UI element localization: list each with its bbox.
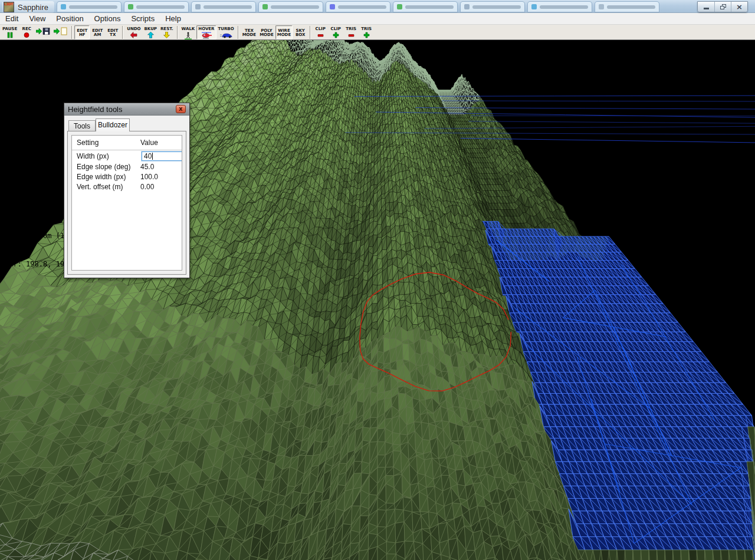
app-caption: L3DT Sapphire (2, 1, 54, 13)
window-titlebar[interactable]: L3DT Sapphire × (0, 0, 755, 13)
poly-mode-button[interactable]: POLY MODE (258, 25, 275, 39)
hud-pos: pos: 95, 52 (5, 61, 145, 71)
walk-icon (184, 32, 192, 39)
tab-blurred-text (136, 5, 185, 9)
menu-help[interactable]: Help (160, 13, 186, 25)
new-file-icon (54, 28, 68, 35)
tab-favicon-icon (464, 4, 470, 9)
tab-blurred-text (472, 5, 521, 9)
tris-plus-icon (363, 32, 370, 39)
setting-row-edge-slope[interactable]: Edge slope (deg) 45.0 (72, 162, 182, 172)
record-button[interactable]: REC (19, 25, 34, 39)
background-tab[interactable] (527, 1, 592, 12)
clip-increase-button[interactable]: CLIP (328, 25, 343, 39)
tab-favicon-icon (128, 4, 133, 9)
tab-blurred-text (271, 5, 319, 9)
width-value-input[interactable]: 40 (142, 151, 182, 161)
background-tab[interactable] (258, 1, 323, 12)
tris-minus-icon (348, 32, 354, 39)
restore-icon (720, 4, 726, 9)
clip-plus-icon (333, 32, 339, 39)
walk-mode-button[interactable]: WALK (180, 25, 197, 39)
tris-increase-button[interactable]: TRIS (359, 25, 374, 39)
hud-alt: alt: 1100.0m (+682.7m) - hovering (5, 90, 145, 99)
background-tab[interactable] (57, 1, 122, 12)
clip-decrease-button[interactable]: CLIP (313, 25, 328, 39)
hover-helicopter-icon (201, 32, 212, 39)
tris-decrease-button[interactable]: TRIS (343, 25, 359, 39)
setting-row-width[interactable]: Width (px) 40 (72, 150, 182, 162)
tab-favicon-icon (195, 4, 201, 9)
undo-button[interactable]: UNDO (125, 25, 142, 39)
edit-am-button[interactable]: EDIT AM (90, 25, 105, 39)
close-icon: × (736, 3, 743, 11)
menu-edit[interactable]: Edit (0, 13, 24, 25)
record-icon (23, 32, 30, 39)
tab-blurred-text (405, 5, 454, 9)
minimize-button[interactable] (698, 2, 714, 12)
tab-favicon-icon (262, 4, 268, 9)
close-button[interactable]: × (731, 2, 747, 12)
setting-row-vert-offset[interactable]: Vert. offset (m) 0.00 (72, 182, 182, 192)
toolbar-separator (310, 26, 311, 39)
background-window-tabs (57, 1, 659, 12)
tab-favicon-icon (330, 4, 335, 9)
edit-hf-button[interactable]: EDIT HF (74, 25, 90, 39)
background-tab[interactable] (393, 1, 458, 12)
backup-arrow-icon (147, 32, 154, 39)
turbo-car-icon (220, 32, 232, 39)
dialog-close-icon: x (179, 106, 182, 112)
restore-button-toolbar[interactable]: REST. (159, 25, 175, 39)
tab-favicon-icon (599, 4, 604, 9)
background-tab[interactable] (595, 1, 659, 12)
sky-box-button[interactable]: SKY BOX (293, 25, 308, 39)
restore-button[interactable] (714, 2, 731, 12)
l3dt-app-icon: L3DT (4, 2, 14, 12)
toolbar-separator (177, 26, 178, 39)
hover-mode-button[interactable]: HOVER (196, 25, 216, 39)
tab-tools[interactable]: Tools (68, 120, 96, 131)
tab-favicon-icon (61, 4, 66, 9)
background-tab[interactable] (124, 1, 189, 12)
pause-icon (6, 32, 14, 39)
backup-button[interactable]: BKUP (143, 25, 159, 39)
setting-row-edge-width[interactable]: Edge width (px) 100.0 (72, 172, 182, 182)
restore-arrow-icon (163, 32, 170, 39)
settings-table: Setting Value Width (px) 40 Edge slope (… (71, 135, 182, 271)
wire-mode-button[interactable]: WIRE MODE (275, 25, 293, 39)
menu-scripts[interactable]: Scripts (126, 13, 160, 25)
pause-button[interactable]: PAUSE (1, 25, 19, 39)
clip-minus-icon (317, 32, 324, 39)
background-tab[interactable] (326, 1, 390, 12)
tab-blurred-text (69, 5, 117, 9)
minimize-icon (704, 8, 709, 9)
background-tab[interactable] (191, 1, 256, 12)
tex-mode-button[interactable]: TEX MODE (241, 25, 258, 39)
dialog-titlebar[interactable]: Heightfield tools x (64, 103, 189, 116)
background-tab[interactable] (460, 1, 525, 12)
toolbar-separator (122, 26, 123, 39)
window-title: Sapphire (18, 3, 48, 12)
dialog-close-button[interactable]: x (176, 105, 186, 113)
save-icon (36, 28, 50, 35)
window-controls: × (697, 1, 748, 12)
save-button[interactable] (34, 25, 52, 39)
column-value: Value (138, 139, 182, 147)
edit-tx-button[interactable]: EDIT TX (105, 25, 120, 39)
tab-blurred-text (607, 5, 655, 9)
dialog-title: Heightfield tools (68, 105, 176, 114)
tab-favicon-icon (397, 4, 402, 9)
tab-blurred-text (540, 5, 588, 9)
tab-blurred-text (203, 5, 252, 9)
new-file-button[interactable] (52, 25, 70, 39)
toolbar-separator (71, 26, 73, 39)
menu-position[interactable]: Position (51, 13, 88, 25)
turbo-mode-button[interactable]: TURBO (216, 25, 236, 39)
tab-bulldozer[interactable]: Bulldozer (96, 118, 130, 131)
heightfield-tools-dialog: Heightfield tools x Tools Bulldozer Sett… (64, 103, 190, 278)
text-caret (152, 153, 153, 160)
menu-view[interactable]: View (24, 13, 51, 25)
undo-arrow-icon (130, 32, 137, 39)
toolbar-separator (238, 26, 239, 39)
menu-options[interactable]: Options (89, 13, 126, 25)
